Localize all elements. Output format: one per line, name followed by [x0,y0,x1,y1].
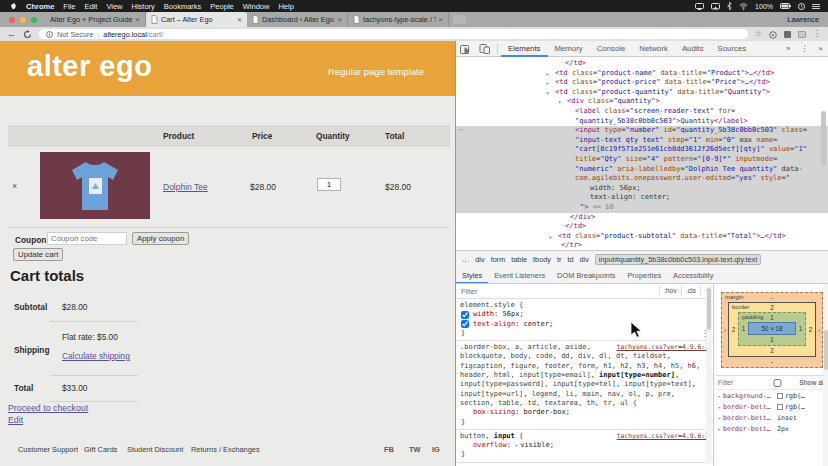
bluetooth-icon[interactable] [727,2,732,10]
property-value[interactable]: border-box [524,408,566,416]
color-swatch[interactable] [777,393,783,399]
menubar-item[interactable]: Bookmarks [164,2,202,11]
footer-link[interactable]: Gift Cards [84,445,117,454]
property-name[interactable]: text-align [473,320,515,328]
computed-property-row[interactable]: ▸background-…rgb(… [715,390,828,401]
sidebar-tab-properties[interactable]: Properties [621,267,667,284]
social-link[interactable]: IG [432,445,440,454]
elements-tree-row[interactable]: ▸<td class="product-subtotal" data-title… [456,232,828,242]
menubar-item[interactable]: Chrome [26,2,54,11]
tab-close-icon[interactable]: × [438,16,443,24]
show-all-checkbox[interactable] [758,379,797,387]
product-name-link[interactable]: Dolphin Tee [163,182,208,192]
device-toolbar-icon[interactable] [475,43,494,54]
devtools-kebab-icon[interactable]: ⋮ [795,44,813,53]
product-image[interactable] [40,152,150,219]
elements-tree-row[interactable]: "numeric" aria-labelledby="Dolphin Tee q… [456,165,828,175]
breadcrumb-item[interactable]: tbody [533,255,551,264]
new-tab-button[interactable] [453,15,466,24]
footer-link[interactable]: Returns / Exchanges [191,445,260,454]
sidebar-tab-event-listeners[interactable]: Event Listeners [488,267,551,284]
property-value[interactable]: visible [520,441,550,449]
footer-link[interactable]: Student Discount [127,445,183,454]
elements-tree-row[interactable]: com.agilebits.onepassword.user-edited="y… [456,174,828,184]
zoom-window-icon[interactable] [31,17,37,23]
elements-tree-row[interactable]: text-align: center; [456,193,828,203]
css-selector[interactable]: button, [460,432,494,440]
css-selector[interactable]: element.style [460,301,515,309]
devtools-tab-elements[interactable]: Elements [501,41,548,57]
expand-icon[interactable]: ▸ [718,426,721,432]
elements-tree-row[interactable]: ▸<td class="product-name" data-title="Pr… [456,69,828,79]
elements-tree-row[interactable]: ⋯<input type="number" id="quantity_5b38c… [456,126,828,136]
property-name[interactable]: overflow [473,441,507,449]
display-icon[interactable] [695,3,704,10]
site-logo[interactable]: alter ego [27,50,152,83]
expand-icon[interactable]: ▸ [718,404,721,410]
remove-item-link[interactable]: × [12,181,17,191]
elements-tree-row[interactable]: ▾<td class="product-quantity" data-title… [456,88,828,98]
security-label[interactable]: Not Secure [57,30,94,39]
clock-icon[interactable] [798,3,805,10]
property-checkbox[interactable] [461,311,469,319]
color-swatch[interactable] [777,404,783,410]
breadcrumb-item[interactable]: div [475,255,484,264]
expand-icon[interactable]: ▸ [718,415,721,421]
css-property[interactable]: text-align: center; [460,320,709,329]
twisty-icon[interactable]: ▸ [546,79,549,88]
computed-scrollbar[interactable] [823,284,828,466]
stylesheet-link[interactable]: tachyons.css?ver=4.9.6:2 [617,432,709,441]
styles-scrollbar[interactable] [706,286,712,464]
styles-filter-input[interactable] [456,287,659,296]
apple-icon[interactable] [10,2,17,10]
browser-tab[interactable]: tachyons-type-scale / Typog× [348,12,449,27]
browser-tab[interactable]: Alter Ego + Project Guide× [45,12,146,27]
computed-property-row[interactable]: ▸border-bott…2px [715,423,828,434]
sidebar-tab-accessibility[interactable]: Accessibility [667,267,719,284]
menubar-item[interactable]: File [63,2,75,11]
browser-tab[interactable]: Cart – Alter Ego× [146,12,247,27]
twisty-icon[interactable]: ▸ [546,70,549,79]
class-toggle[interactable]: .cls [681,286,700,296]
tab-close-icon[interactable]: × [237,16,242,24]
css-selector[interactable]: input[type=number] [599,371,675,379]
sidebar-tab-styles[interactable]: Styles [456,267,488,284]
css-property[interactable]: overflow: ▸visible; [460,441,709,450]
menubar-item[interactable]: Edit [84,2,97,11]
tree-scrollbar[interactable] [821,111,826,166]
update-cart-button[interactable]: Update cart [13,248,63,261]
breadcrumb-item[interactable]: td [567,255,573,264]
social-link[interactable]: FB [384,445,394,454]
elements-tree-row[interactable]: "input-text qty text" step="1" min="0" m… [456,136,828,146]
twisty-icon[interactable]: ▾ [546,89,549,98]
devtools-close-icon[interactable]: × [813,44,828,53]
url-text[interactable]: alterego.local/cart/ [103,30,163,39]
devtools-tab-sources[interactable]: Sources [711,41,754,57]
tab-close-icon[interactable]: × [337,16,342,24]
profile-icon[interactable] [798,31,806,38]
menu-list-icon[interactable] [812,3,820,10]
computed-filter-input[interactable] [718,379,758,386]
more-actions-icon[interactable]: ⋯ [459,126,463,136]
proceed-to-checkout-link[interactable]: Proceed to checkout [8,403,88,413]
elements-tree-row[interactable]: </div> [456,213,828,223]
more-tabs-icon[interactable]: » [781,44,795,53]
property-name[interactable]: width [473,310,494,318]
elements-tree-row[interactable]: </td> [456,222,828,232]
computed-property-row[interactable]: ▸border-bott…inset [715,412,828,423]
tab-close-icon[interactable]: × [135,16,140,24]
elements-tree-row[interactable]: ▾<div class="quantity"> [456,97,828,107]
css-selector[interactable]: input [494,432,515,440]
devtools-tab-audits[interactable]: Audits [675,41,711,57]
info-circle-icon[interactable] [46,31,53,38]
close-window-icon[interactable] [9,17,15,23]
elements-tree-row[interactable]: </tr> [456,241,828,250]
breadcrumb-item[interactable]: … [462,255,469,264]
menubar-item[interactable]: Window [243,2,270,11]
computed-property-row[interactable]: ▸border-bott…rgb(… [715,401,828,412]
calculate-shipping-link[interactable]: Calculate shipping [62,351,130,361]
property-value[interactable]: 56px [503,310,520,318]
footer-link[interactable]: Customer Support [18,445,78,454]
menubar-item[interactable]: History [132,2,155,11]
stylesheet-link[interactable]: tachyons.css?ver=4.9.6:2 [617,343,709,352]
